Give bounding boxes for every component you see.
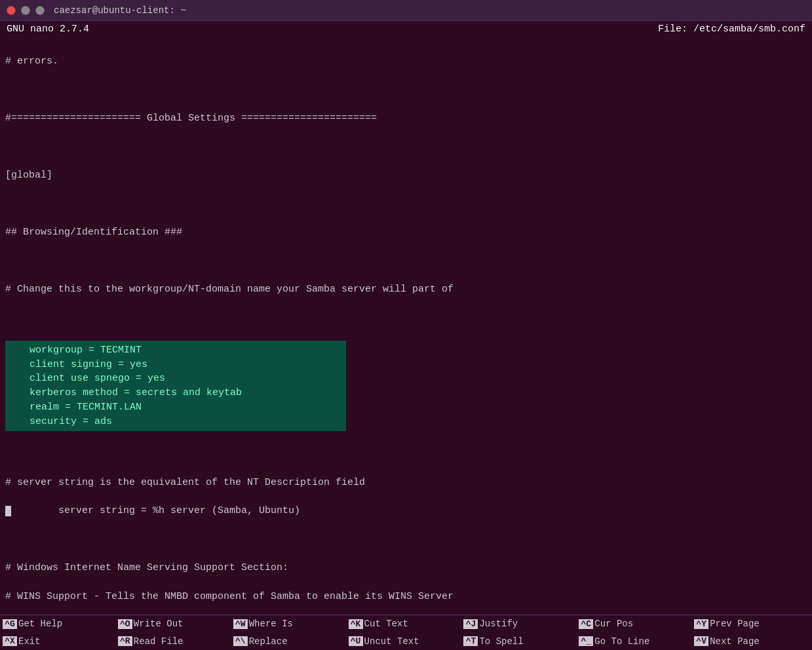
editor-line: # server string is the equivalent of the…: [4, 476, 812, 490]
shortcut-label: Next Page: [710, 636, 760, 647]
window-title: caezsar@ubuntu-client: ~: [54, 5, 186, 16]
shortcut-label: To Spell: [479, 636, 523, 647]
shortcut-next-page: ^V Next Page: [694, 636, 809, 647]
cursor-line: server string = %h server (Samba, Ubuntu…: [4, 504, 812, 518]
shortcut-cur-pos: ^C Cur Pos: [579, 619, 694, 629]
shortcut-bar: ^G Get Help ^O Write Out ^W Where Is ^K …: [0, 615, 812, 650]
shortcut-label: Prev Page: [710, 619, 760, 629]
shortcut-key: ^_: [579, 636, 593, 646]
editor-line: # Windows Internet Name Serving Support …: [4, 561, 812, 575]
shortcut-cut-text: ^K Cut Text: [349, 619, 464, 629]
editor-line: [global]: [4, 168, 812, 183]
editor-line: # Change this to the workgroup/NT-domain…: [4, 282, 812, 297]
shortcut-read-file: ^R Read File: [118, 636, 233, 647]
editor-line: [4, 140, 812, 154]
editor-area[interactable]: # errors. #====================== Global…: [0, 37, 812, 611]
shortcut-key: ^R: [118, 636, 132, 646]
shortcut-key: ^Y: [694, 619, 708, 629]
editor-line: [4, 533, 812, 547]
shortcut-label: Cur Pos: [594, 619, 633, 629]
shortcut-prev-page: ^Y Prev Page: [694, 619, 809, 629]
shortcut-label: Write Out: [134, 619, 184, 629]
shortcut-label: Exit: [18, 636, 41, 647]
file-path: File: /etc/samba/smb.conf: [658, 24, 805, 35]
shortcut-key: ^G: [3, 619, 17, 629]
minimize-button[interactable]: [21, 6, 30, 15]
editor-line: #====================== Global Settings …: [4, 111, 812, 126]
sel-line: realm = TECMINT.LAN: [12, 400, 339, 415]
editor-line: # errors.: [4, 54, 812, 69]
shortcut-label: Replace: [249, 636, 288, 647]
shortcut-key: ^V: [694, 636, 708, 646]
nano-version: GNU nano 2.7.4: [7, 24, 89, 35]
shortcut-key: ^J: [463, 619, 478, 629]
shortcut-key: ^W: [233, 619, 248, 629]
maximize-button[interactable]: [35, 6, 45, 15]
editor-line: [4, 311, 812, 325]
shortcut-exit: ^X Exit: [3, 636, 118, 647]
shortcut-label: Uncut Text: [364, 636, 419, 647]
shortcut-key: ^T: [463, 636, 478, 646]
sel-line: kerberos method = secrets and keytab: [12, 386, 339, 400]
shortcut-write-out: ^O Write Out: [118, 619, 233, 629]
shortcut-label: Get Help: [18, 619, 62, 629]
shortcut-label: Justify: [479, 619, 518, 629]
selected-block-container: workgroup = TECMINT client signing = yes…: [4, 339, 812, 433]
shortcut-label: Cut Text: [364, 619, 408, 629]
shortcut-key: ^C: [579, 619, 593, 629]
editor-line: [4, 83, 812, 97]
shortcut-replace: ^\ Replace: [233, 636, 349, 647]
shortcut-key: ^O: [118, 619, 132, 629]
editor-line: [4, 254, 812, 268]
shortcut-get-help: ^G Get Help: [3, 619, 118, 629]
shortcut-key: ^\: [233, 636, 248, 646]
editor-line: [4, 447, 812, 461]
titlebar: caezsar@ubuntu-client: ~: [0, 0, 812, 21]
shortcut-where-is: ^W Where Is: [233, 619, 349, 629]
shortcut-row-2: ^X Exit ^R Read File ^\ Replace ^U Uncut…: [0, 633, 812, 651]
shortcut-uncut-text: ^U Uncut Text: [349, 636, 464, 647]
shortcut-key: ^U: [349, 636, 363, 646]
shortcut-to-spell: ^T To Spell: [463, 636, 579, 647]
shortcut-label: Read File: [134, 636, 184, 647]
editor-line: ## Browsing/Identification ###: [4, 225, 812, 240]
editor-line: # WINS Support - Tells the NMBD componen…: [4, 590, 812, 604]
shortcut-label: Where Is: [249, 619, 293, 629]
shortcut-key: ^X: [3, 636, 17, 646]
shortcut-justify: ^J Justify: [463, 619, 579, 629]
sel-line: security = ads: [12, 415, 339, 429]
shortcut-key: ^K: [349, 619, 363, 629]
editor-line: [4, 197, 812, 211]
nano-header: GNU nano 2.7.4 File: /etc/samba/smb.conf: [0, 21, 812, 37]
close-button[interactable]: [7, 6, 16, 15]
sel-line: client signing = yes: [12, 358, 339, 372]
shortcut-row-1: ^G Get Help ^O Write Out ^W Where Is ^K …: [0, 615, 812, 633]
sel-line: workgroup = TECMINT: [12, 343, 339, 358]
shortcut-label: Go To Line: [594, 636, 649, 647]
selected-block: workgroup = TECMINT client signing = yes…: [5, 341, 346, 432]
text-cursor: [5, 506, 11, 516]
shortcut-go-to-line: ^_ Go To Line: [579, 636, 694, 647]
sel-line: client use spnego = yes: [12, 372, 339, 386]
